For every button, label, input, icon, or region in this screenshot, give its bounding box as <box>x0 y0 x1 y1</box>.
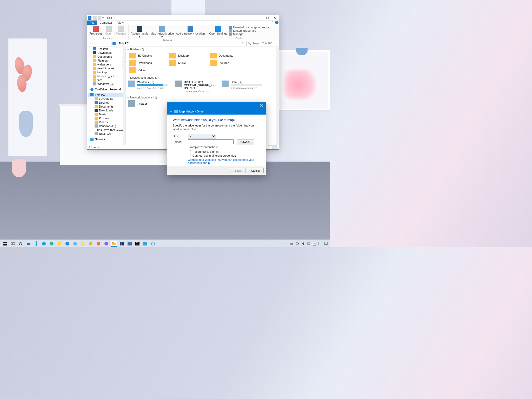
tray-volume-icon[interactable] <box>301 242 305 245</box>
explorer-titlebar[interactable]: ▾ | This PC <box>87 15 279 21</box>
tree-item[interactable]: Pictures📌 <box>88 58 125 62</box>
browse-button[interactable]: Browse... <box>237 139 254 144</box>
chrome-canary-icon[interactable] <box>88 241 94 247</box>
cortana-icon[interactable] <box>150 241 156 247</box>
cmd-icon[interactable]: C:\ <box>134 241 141 247</box>
tree-item[interactable]: between_pcs <box>88 74 125 78</box>
breadcrumb[interactable]: This PC <box>119 42 129 45</box>
app-icon-2[interactable] <box>56 241 63 247</box>
tray-meet-now-icon[interactable] <box>296 242 299 245</box>
chromium-icon[interactable] <box>72 241 78 247</box>
properties-button[interactable]: Properties <box>89 26 103 35</box>
firefox-dev-icon[interactable] <box>103 241 109 247</box>
view-details-button[interactable] <box>268 145 272 149</box>
folder-tile[interactable]: Videos <box>128 67 168 74</box>
action-center-icon[interactable] <box>324 242 328 245</box>
terminal-icon-1[interactable] <box>127 241 133 247</box>
close-button[interactable] <box>271 15 278 21</box>
finish-button[interactable]: Finish <box>229 168 245 173</box>
help-icon[interactable]: ? <box>275 21 278 24</box>
folder-tile[interactable]: Pictures <box>209 59 249 66</box>
ribbon-collapse-icon[interactable]: ˄ <box>270 21 274 24</box>
refresh-button[interactable]: ⟳ <box>240 41 245 46</box>
maximize-button[interactable] <box>264 15 271 21</box>
tree-item[interactable]: Music <box>90 112 125 116</box>
system-tray[interactable]: ˄ A <box>286 242 329 245</box>
dialog-titlebar[interactable] <box>167 102 266 108</box>
reconnect-checkbox[interactable] <box>188 150 191 153</box>
nav-up-button[interactable]: ↑ <box>105 41 110 46</box>
edge-dev-icon[interactable] <box>49 241 55 247</box>
tree-item[interactable]: Downloads📌 <box>88 51 125 55</box>
tree-item[interactable]: 3D Objects <box>90 97 125 101</box>
drive-tile[interactable]: DVD Drive (D:) CCCOMA_X64FRE_EN-US_DV90 … <box>175 81 219 93</box>
tab-view[interactable]: View <box>115 21 126 25</box>
section-folders[interactable]: ⌄Folders (7) <box>126 47 279 52</box>
content-scrollbar[interactable] <box>276 47 279 145</box>
app-icon-1[interactable] <box>33 241 39 247</box>
qat-icon-2[interactable] <box>98 16 101 20</box>
store-icon[interactable] <box>25 241 31 247</box>
tray-chevron-up-icon[interactable]: ˄ <box>286 242 288 245</box>
manage-button[interactable]: Manage <box>229 32 271 36</box>
folder-input[interactable] <box>188 139 234 144</box>
tree-item[interactable]: Downloads <box>90 108 125 112</box>
folder-tile[interactable]: Music <box>169 59 208 66</box>
rename-button[interactable]: Rename <box>115 26 127 35</box>
uninstall-program-button[interactable]: Uninstall or change a program <box>229 26 271 29</box>
tree-item[interactable]: Windows (C:) <box>88 82 125 86</box>
open-settings-button[interactable]: Open Settings <box>209 26 228 36</box>
dialog-back-icon[interactable]: ← <box>170 110 172 113</box>
drive-select[interactable]: Z: <box>188 134 216 138</box>
tree-item[interactable]: Windows (C:) <box>90 124 125 128</box>
task-view-button[interactable] <box>10 241 16 247</box>
folder-tile[interactable]: Downloads <box>128 59 168 66</box>
tray-onedrive-icon[interactable] <box>290 242 294 245</box>
minimize-button[interactable] <box>257 15 264 21</box>
tree-item[interactable]: DVD Drive (D:) CCCOMA_X64 <box>90 128 125 132</box>
edge-icon[interactable] <box>41 241 47 247</box>
tree-item[interactable]: Videos <box>90 120 125 124</box>
qat-icon-1[interactable] <box>93 16 97 20</box>
access-media-button[interactable]: Access media▾ <box>130 26 149 38</box>
tray-network-icon[interactable] <box>307 242 311 245</box>
section-network-locations[interactable]: ⌄Network locations (1) <box>126 95 279 100</box>
tree-item[interactable]: Pictures <box>90 116 125 120</box>
folder-tile[interactable]: Documents <box>209 52 249 59</box>
chrome-icon[interactable] <box>80 241 86 247</box>
tree-network[interactable]: Network <box>88 137 125 141</box>
powershell-icon[interactable]: ❯ <box>119 241 125 247</box>
dialog-close-button[interactable] <box>257 102 266 108</box>
tree-item[interactable]: backup <box>88 70 125 74</box>
nav-tree[interactable]: Desktop📌Downloads📌Documents📌Pictures📌wal… <box>87 47 126 145</box>
credentials-checkbox[interactable] <box>188 154 191 157</box>
tray-ime-icon[interactable]: A <box>313 242 316 245</box>
website-link[interactable]: Connect to a Web site that you can use t… <box>188 158 260 164</box>
add-network-location-button[interactable]: Add a network location <box>175 26 205 38</box>
tree-item[interactable]: Desktop <box>90 101 125 104</box>
tab-computer[interactable]: Computer <box>97 21 115 25</box>
cancel-button[interactable]: Cancel <box>247 168 264 173</box>
tree-this-pc[interactable]: This PC <box>88 93 125 97</box>
firefox-icon[interactable] <box>95 241 102 247</box>
tray-keyboard-icon[interactable] <box>318 242 322 245</box>
drive-tile[interactable]: Windows (C:)9.48 GB free of 54.3 GB <box>128 81 172 93</box>
tree-item[interactable]: used_images <box>88 66 125 70</box>
tree-item[interactable]: files <box>88 78 125 82</box>
network-location-tile[interactable]: Theater <box>128 100 147 107</box>
search-input[interactable]: 🔍 Search This PC <box>246 41 278 46</box>
folder-tile[interactable]: Desktop <box>169 52 208 59</box>
system-properties-button[interactable]: System properties <box>229 29 271 32</box>
map-network-drive-button[interactable]: Map network drive▾ <box>150 26 174 38</box>
tree-scrollbar[interactable] <box>123 47 125 145</box>
tree-item[interactable]: Data (G:) <box>90 132 125 136</box>
taskbar[interactable]: ❯ C:\ ˄ A <box>0 240 330 247</box>
start-button[interactable] <box>2 241 8 247</box>
nav-back-button[interactable]: ← <box>88 41 93 46</box>
file-explorer-taskbar-icon[interactable] <box>111 241 117 247</box>
section-drives[interactable]: ⌄Devices and drives (3) <box>126 75 279 80</box>
tree-item[interactable]: Documents📌 <box>88 55 125 58</box>
nav-forward-button[interactable]: → <box>94 41 99 46</box>
tab-file[interactable]: File <box>87 21 97 25</box>
address-dropdown-icon[interactable]: ⌄ <box>235 42 238 45</box>
